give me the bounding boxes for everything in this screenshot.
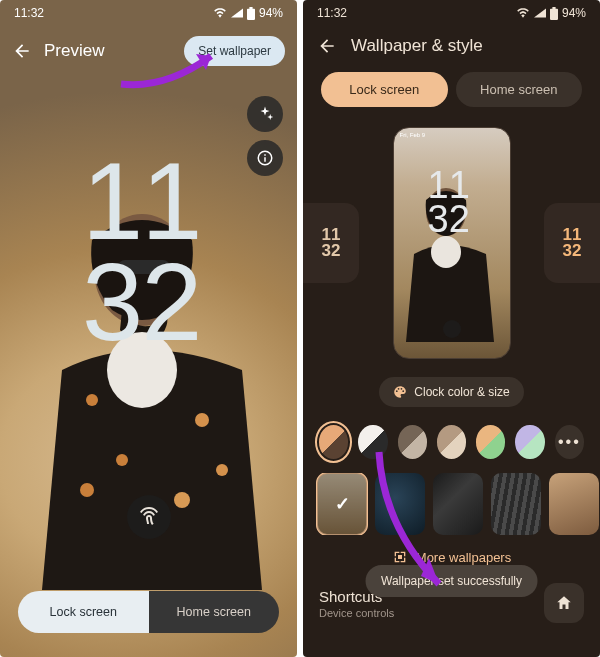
status-time: 11:32 [317, 6, 347, 20]
effects-button[interactable] [247, 96, 283, 132]
color-swatch-row: ••• [303, 421, 600, 473]
signal-icon [231, 8, 243, 18]
color-swatch[interactable] [398, 425, 427, 459]
svg-point-4 [195, 413, 209, 427]
page-title: Wallpaper & style [351, 36, 483, 56]
color-swatch[interactable] [476, 425, 505, 459]
color-swatch[interactable] [319, 425, 348, 459]
shortcut-home-button[interactable] [544, 583, 584, 623]
status-bar: 11:32 94% [0, 0, 297, 26]
svg-point-8 [216, 464, 228, 476]
preview-fingerprint-icon [443, 320, 461, 338]
wallpaper-thumbnail-row [303, 473, 600, 535]
preview-date: Fri, Feb 9 [394, 128, 510, 142]
color-swatch[interactable] [515, 425, 544, 459]
status-bar: 11:32 94% [303, 0, 600, 26]
phone-wallpaper-style-screen: 11:32 94% Wallpaper & style Lock screen … [303, 0, 600, 657]
back-arrow-icon[interactable] [317, 36, 337, 56]
page-title: Preview [44, 41, 172, 61]
status-time: 11:32 [14, 6, 44, 20]
battery-percent: 94% [562, 6, 586, 20]
status-right: 94% [516, 6, 586, 20]
toast-message: Wallpaper set successfully [365, 565, 538, 597]
more-wallpapers-label: More wallpapers [416, 550, 511, 565]
more-colors-button[interactable]: ••• [555, 425, 584, 459]
lockscreen-preview[interactable]: Fri, Feb 9 11 32 [393, 127, 511, 359]
header: Preview Set wallpaper [0, 26, 297, 72]
palette-icon [393, 385, 407, 399]
back-arrow-icon[interactable] [12, 41, 32, 61]
battery-icon [550, 7, 558, 20]
preview-clock: 11 32 [428, 168, 470, 236]
tab-home-screen[interactable]: Home screen [456, 72, 583, 107]
wallpaper-thumb[interactable] [375, 473, 425, 535]
fingerprint-icon [137, 505, 161, 529]
svg-point-5 [116, 454, 128, 466]
clock-style-preview-row: 1132 Fri, Feb 9 11 32 1132 [303, 113, 600, 367]
svg-point-10 [431, 236, 461, 268]
sparkle-icon [256, 105, 274, 123]
info-button[interactable] [247, 140, 283, 176]
clock-style-prev[interactable]: 1132 [303, 203, 359, 283]
phone-preview-screen: 11:32 94% Preview Set wallpaper 11 32 [0, 0, 297, 657]
clock-color-label: Clock color & size [414, 385, 509, 399]
clock-color-size-button[interactable]: Clock color & size [379, 377, 523, 407]
wallpaper-thumb[interactable] [491, 473, 541, 535]
fingerprint-button[interactable] [127, 495, 171, 539]
status-right: 94% [213, 6, 283, 20]
clock-hours: 11 [82, 150, 200, 251]
wallpaper-thumb[interactable] [317, 473, 367, 535]
wallpaper-icon [392, 549, 408, 565]
lockscreen-clock: 11 32 [82, 150, 200, 352]
svg-point-6 [174, 492, 190, 508]
home-icon [555, 594, 573, 612]
tab-home-screen[interactable]: Home screen [149, 591, 280, 633]
color-swatch[interactable] [437, 425, 466, 459]
clock-minutes: 32 [82, 251, 200, 352]
set-wallpaper-button[interactable]: Set wallpaper [184, 36, 285, 66]
signal-icon [534, 8, 546, 18]
shortcuts-subtitle: Device controls [319, 607, 394, 619]
wallpaper-thumb[interactable] [549, 473, 599, 535]
header: Wallpaper & style [303, 26, 600, 66]
preview-tabs: Lock screen Home screen [18, 591, 279, 633]
wifi-icon [516, 8, 530, 18]
clock-style-next[interactable]: 1132 [544, 203, 600, 283]
battery-percent: 94% [259, 6, 283, 20]
color-swatch[interactable] [358, 425, 387, 459]
svg-point-7 [80, 483, 94, 497]
svg-point-3 [86, 394, 98, 406]
wallpaper-thumb[interactable] [433, 473, 483, 535]
battery-icon [247, 7, 255, 20]
tab-lock-screen[interactable]: Lock screen [18, 591, 149, 633]
wifi-icon [213, 8, 227, 18]
tab-lock-screen[interactable]: Lock screen [321, 72, 448, 107]
info-icon [256, 149, 274, 167]
screen-tabs: Lock screen Home screen [303, 66, 600, 113]
